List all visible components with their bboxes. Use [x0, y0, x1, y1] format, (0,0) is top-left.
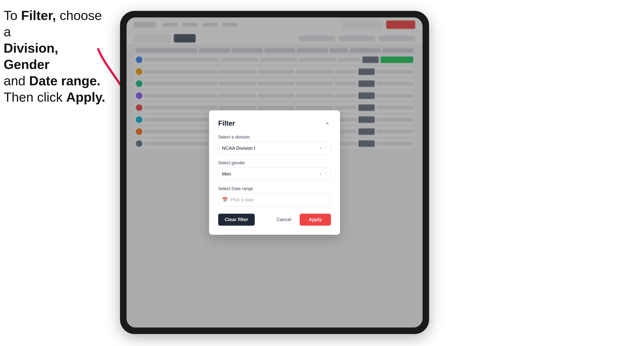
division-value: NCAA Division I: [222, 145, 256, 151]
close-button[interactable]: ×: [324, 120, 331, 127]
select-icons: × ⌃: [319, 172, 327, 176]
division-form-group: Select a division NCAA Division I × ⌃: [218, 135, 331, 155]
modal-overlay: Filter × Select a division NCAA Division…: [126, 17, 422, 328]
tablet-frame: Filter × Select a division NCAA Division…: [120, 11, 429, 334]
apply-button[interactable]: Apply: [300, 214, 331, 226]
gender-label: Select gender: [218, 160, 331, 165]
division-select[interactable]: NCAA Division I × ⌃: [218, 142, 331, 155]
instruction-bold: Division, Gender: [4, 41, 58, 72]
tablet-screen: Filter × Select a division NCAA Division…: [126, 17, 422, 328]
gender-form-group: Select gender Men × ⌃: [218, 160, 331, 181]
date-placeholder: Pick a date: [231, 197, 254, 203]
instruction-text: To Filter, choose a Division, Gender and…: [4, 7, 106, 105]
footer-right-buttons: Cancel Apply: [270, 214, 331, 226]
modal-title: Filter: [218, 119, 235, 127]
cancel-button[interactable]: Cancel: [270, 214, 298, 226]
gender-select[interactable]: Men × ⌃: [218, 168, 331, 181]
calendar-icon: 📅: [222, 197, 228, 203]
gender-value: Men: [222, 171, 231, 177]
instruction-line3: and Date range.: [4, 74, 100, 88]
instruction-line1: To Filter, choose a: [4, 8, 102, 39]
clear-filter-button[interactable]: Clear filter: [218, 214, 255, 226]
chevron-icon: ⌃: [324, 172, 327, 176]
date-label: Select Date range: [218, 186, 331, 191]
date-input[interactable]: 📅 Pick a date: [218, 193, 331, 206]
filter-modal: Filter × Select a division NCAA Division…: [209, 110, 340, 235]
select-icons: × ⌃: [319, 146, 327, 151]
instruction-line4: Then click Apply.: [4, 90, 105, 104]
modal-header: Filter ×: [218, 119, 331, 127]
date-form-group: Select Date range 📅 Pick a date: [218, 186, 331, 206]
clear-icon[interactable]: ×: [319, 146, 322, 151]
clear-icon[interactable]: ×: [319, 172, 322, 176]
division-label: Select a division: [218, 135, 331, 140]
chevron-icon: ⌃: [324, 146, 327, 151]
modal-footer: Clear filter Cancel Apply: [218, 214, 331, 226]
